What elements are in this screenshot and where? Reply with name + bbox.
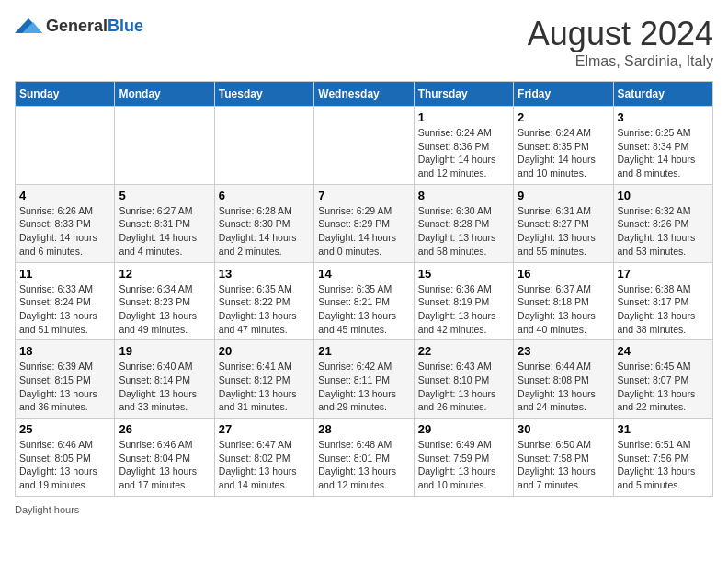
day-info: Sunrise: 6:26 AM Sunset: 8:33 PM Dayligh… xyxy=(19,204,110,259)
day-number: 26 xyxy=(119,422,210,436)
cell-w4-d4: 22Sunrise: 6:43 AM Sunset: 8:10 PM Dayli… xyxy=(414,340,513,419)
cell-w2-d6: 10Sunrise: 6:32 AM Sunset: 8:26 PM Dayli… xyxy=(613,184,712,262)
day-number: 10 xyxy=(618,189,709,202)
cell-w5-d4: 29Sunrise: 6:49 AM Sunset: 7:59 PM Dayli… xyxy=(414,419,513,497)
day-number: 13 xyxy=(219,267,310,281)
day-info: Sunrise: 6:51 AM Sunset: 7:56 PM Dayligh… xyxy=(618,438,709,492)
day-number: 24 xyxy=(618,344,709,358)
cell-w3-d0: 11Sunrise: 6:33 AM Sunset: 8:24 PM Dayli… xyxy=(16,262,115,340)
day-number: 2 xyxy=(518,110,609,124)
day-number: 14 xyxy=(318,267,409,281)
title-section: August 2024 Elmas, Sardinia, Italy xyxy=(528,15,713,70)
cell-w3-d1: 12Sunrise: 6:34 AM Sunset: 8:23 PM Dayli… xyxy=(115,262,214,340)
cell-w1-d6: 3Sunrise: 6:25 AM Sunset: 8:34 PM Daylig… xyxy=(613,107,712,185)
cell-w3-d4: 15Sunrise: 6:36 AM Sunset: 8:19 PM Dayli… xyxy=(414,262,513,340)
month-year: August 2024 xyxy=(528,15,713,53)
day-info: Sunrise: 6:46 AM Sunset: 8:05 PM Dayligh… xyxy=(19,438,110,492)
day-info: Sunrise: 6:24 AM Sunset: 8:35 PM Dayligh… xyxy=(518,126,609,180)
cell-w3-d2: 13Sunrise: 6:35 AM Sunset: 8:22 PM Dayli… xyxy=(214,262,313,340)
day-info: Sunrise: 6:44 AM Sunset: 8:08 PM Dayligh… xyxy=(518,360,609,414)
day-number: 22 xyxy=(418,344,509,358)
cell-w1-d1 xyxy=(115,107,214,185)
day-info: Sunrise: 6:32 AM Sunset: 8:26 PM Dayligh… xyxy=(618,204,709,259)
cell-w4-d3: 21Sunrise: 6:42 AM Sunset: 8:11 PM Dayli… xyxy=(314,340,414,419)
day-info: Sunrise: 6:25 AM Sunset: 8:34 PM Dayligh… xyxy=(618,126,709,180)
logo-text: GeneralBlue xyxy=(46,17,143,36)
day-number: 16 xyxy=(518,267,609,281)
day-info: Sunrise: 6:37 AM Sunset: 8:18 PM Dayligh… xyxy=(518,282,609,337)
cell-w5-d6: 31Sunrise: 6:51 AM Sunset: 7:56 PM Dayli… xyxy=(613,419,712,497)
calendar-table: Sunday Monday Tuesday Wednesday Thursday… xyxy=(15,81,713,497)
cell-w2-d1: 5Sunrise: 6:27 AM Sunset: 8:31 PM Daylig… xyxy=(115,184,214,262)
day-info: Sunrise: 6:43 AM Sunset: 8:10 PM Dayligh… xyxy=(418,360,509,414)
cell-w5-d5: 30Sunrise: 6:50 AM Sunset: 7:58 PM Dayli… xyxy=(514,419,613,497)
day-info: Sunrise: 6:49 AM Sunset: 7:59 PM Dayligh… xyxy=(418,438,509,492)
day-info: Sunrise: 6:45 AM Sunset: 8:07 PM Dayligh… xyxy=(618,360,709,414)
cell-w5-d3: 28Sunrise: 6:48 AM Sunset: 8:01 PM Dayli… xyxy=(314,419,414,497)
col-thursday: Thursday xyxy=(414,82,513,107)
cell-w3-d3: 14Sunrise: 6:35 AM Sunset: 8:21 PM Dayli… xyxy=(314,262,414,340)
day-info: Sunrise: 6:31 AM Sunset: 8:27 PM Dayligh… xyxy=(518,204,609,259)
day-number: 5 xyxy=(119,189,210,202)
day-info: Sunrise: 6:29 AM Sunset: 8:29 PM Dayligh… xyxy=(318,204,409,259)
cell-w4-d5: 23Sunrise: 6:44 AM Sunset: 8:08 PM Dayli… xyxy=(514,340,613,419)
cell-w3-d6: 17Sunrise: 6:38 AM Sunset: 8:17 PM Dayli… xyxy=(613,262,712,340)
week-row-4: 18Sunrise: 6:39 AM Sunset: 8:15 PM Dayli… xyxy=(16,340,713,419)
day-number: 8 xyxy=(418,189,509,202)
day-info: Sunrise: 6:30 AM Sunset: 8:28 PM Dayligh… xyxy=(418,204,509,259)
logo-icon xyxy=(15,15,42,37)
cell-w1-d3 xyxy=(314,107,414,185)
day-info: Sunrise: 6:39 AM Sunset: 8:15 PM Dayligh… xyxy=(19,360,110,414)
cell-w2-d2: 6Sunrise: 6:28 AM Sunset: 8:30 PM Daylig… xyxy=(214,184,313,262)
col-tuesday: Tuesday xyxy=(214,82,313,107)
day-number: 23 xyxy=(518,344,609,358)
day-info: Sunrise: 6:46 AM Sunset: 8:04 PM Dayligh… xyxy=(119,438,210,492)
col-saturday: Saturday xyxy=(613,82,712,107)
day-number: 6 xyxy=(219,189,310,202)
day-number: 20 xyxy=(219,344,310,358)
day-info: Sunrise: 6:24 AM Sunset: 8:36 PM Dayligh… xyxy=(418,126,509,180)
location: Elmas, Sardinia, Italy xyxy=(528,53,713,70)
day-number: 15 xyxy=(418,267,509,281)
cell-w4-d6: 24Sunrise: 6:45 AM Sunset: 8:07 PM Dayli… xyxy=(613,340,712,419)
day-number: 27 xyxy=(219,422,310,436)
cell-w4-d1: 19Sunrise: 6:40 AM Sunset: 8:14 PM Dayli… xyxy=(115,340,214,419)
day-number: 31 xyxy=(618,422,709,436)
logo-blue: Blue xyxy=(108,17,143,35)
day-info: Sunrise: 6:34 AM Sunset: 8:23 PM Dayligh… xyxy=(119,282,210,337)
page-header: GeneralBlue August 2024 Elmas, Sardinia,… xyxy=(15,15,713,70)
day-info: Sunrise: 6:47 AM Sunset: 8:02 PM Dayligh… xyxy=(219,438,310,492)
day-info: Sunrise: 6:28 AM Sunset: 8:30 PM Dayligh… xyxy=(219,204,310,259)
week-row-5: 25Sunrise: 6:46 AM Sunset: 8:05 PM Dayli… xyxy=(16,419,713,497)
cell-w5-d1: 26Sunrise: 6:46 AM Sunset: 8:04 PM Dayli… xyxy=(115,419,214,497)
cell-w4-d0: 18Sunrise: 6:39 AM Sunset: 8:15 PM Dayli… xyxy=(16,340,115,419)
week-row-1: 1Sunrise: 6:24 AM Sunset: 8:36 PM Daylig… xyxy=(16,107,713,185)
day-number: 9 xyxy=(518,189,609,202)
day-number: 1 xyxy=(418,110,509,124)
day-number: 7 xyxy=(318,189,409,202)
week-row-3: 11Sunrise: 6:33 AM Sunset: 8:24 PM Dayli… xyxy=(16,262,713,340)
day-number: 18 xyxy=(19,344,110,358)
day-number: 29 xyxy=(418,422,509,436)
cell-w1-d2 xyxy=(214,107,313,185)
day-info: Sunrise: 6:41 AM Sunset: 8:12 PM Dayligh… xyxy=(219,360,310,414)
cell-w1-d0 xyxy=(16,107,115,185)
col-monday: Monday xyxy=(115,82,214,107)
cell-w1-d4: 1Sunrise: 6:24 AM Sunset: 8:36 PM Daylig… xyxy=(414,107,513,185)
calendar-header-row: Sunday Monday Tuesday Wednesday Thursday… xyxy=(16,82,713,107)
day-number: 4 xyxy=(19,189,110,202)
cell-w2-d5: 9Sunrise: 6:31 AM Sunset: 8:27 PM Daylig… xyxy=(514,184,613,262)
cell-w4-d2: 20Sunrise: 6:41 AM Sunset: 8:12 PM Dayli… xyxy=(214,340,313,419)
day-info: Sunrise: 6:50 AM Sunset: 7:58 PM Dayligh… xyxy=(518,438,609,492)
day-number: 21 xyxy=(318,344,409,358)
week-row-2: 4Sunrise: 6:26 AM Sunset: 8:33 PM Daylig… xyxy=(16,184,713,262)
daylight-label: Daylight hours xyxy=(15,504,79,515)
day-info: Sunrise: 6:36 AM Sunset: 8:19 PM Dayligh… xyxy=(418,282,509,337)
day-number: 30 xyxy=(518,422,609,436)
footer: Daylight hours xyxy=(15,504,713,515)
day-info: Sunrise: 6:27 AM Sunset: 8:31 PM Dayligh… xyxy=(119,204,210,259)
day-info: Sunrise: 6:48 AM Sunset: 8:01 PM Dayligh… xyxy=(318,438,409,492)
cell-w2-d0: 4Sunrise: 6:26 AM Sunset: 8:33 PM Daylig… xyxy=(16,184,115,262)
cell-w2-d3: 7Sunrise: 6:29 AM Sunset: 8:29 PM Daylig… xyxy=(314,184,414,262)
day-info: Sunrise: 6:33 AM Sunset: 8:24 PM Dayligh… xyxy=(19,282,110,337)
